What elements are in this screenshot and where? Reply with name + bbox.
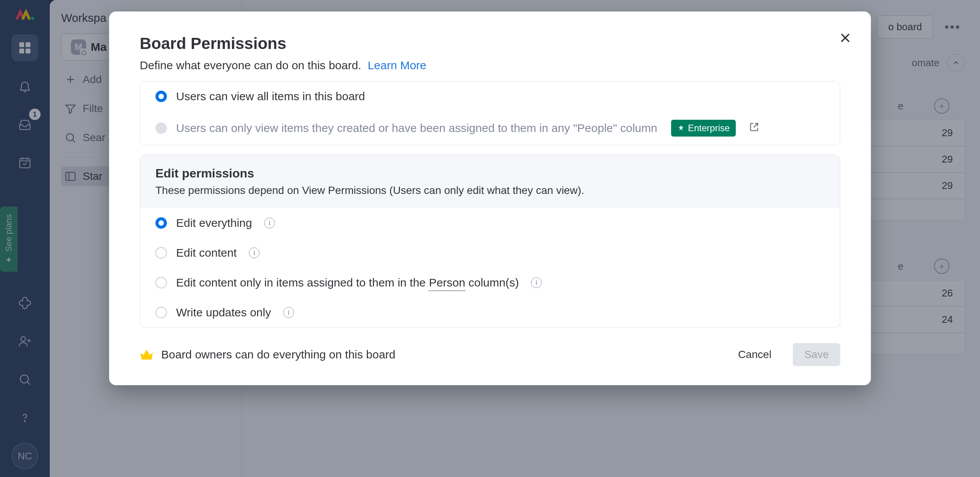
edit-section-desc: These permissions depend on View Permiss… <box>155 184 825 197</box>
info-icon[interactable]: i <box>531 277 542 288</box>
modal-title: Board Permissions <box>140 34 840 53</box>
modal-overlay: Board Permissions Define what everyone c… <box>0 0 980 477</box>
edit-permissions-box: Edit permissions These permissions depen… <box>140 155 840 328</box>
cancel-button[interactable]: Cancel <box>728 343 781 366</box>
edit-section-title: Edit permissions <box>155 166 825 181</box>
edit-content-option[interactable]: Edit content i <box>140 238 840 268</box>
person-column-link[interactable]: Person <box>429 276 465 291</box>
radio-checked-icon[interactable] <box>155 91 167 102</box>
info-icon[interactable]: i <box>249 247 260 258</box>
radio-icon[interactable] <box>155 307 167 318</box>
external-link-icon[interactable] <box>749 122 760 135</box>
modal-subtitle: Define what everyone can do on this boar… <box>140 59 840 72</box>
edit-section-header: Edit permissions These permissions depen… <box>140 155 840 208</box>
info-icon[interactable]: i <box>264 218 275 228</box>
edit-everything-option[interactable]: Edit everything i <box>140 208 840 238</box>
radio-icon[interactable] <box>155 247 167 259</box>
info-icon[interactable]: i <box>283 307 294 318</box>
permissions-modal: Board Permissions Define what everyone c… <box>109 11 871 385</box>
modal-footer: Board owners can do everything on this b… <box>140 343 840 366</box>
view-assigned-option: Users can only view items they created o… <box>140 111 840 145</box>
footer-note: Board owners can do everything on this b… <box>140 348 395 361</box>
edit-assigned-option[interactable]: Edit content only in items assigned to t… <box>140 268 840 298</box>
enterprise-badge[interactable]: Enterprise <box>671 120 736 137</box>
radio-checked-icon[interactable] <box>155 217 167 229</box>
radio-disabled-icon <box>155 122 167 134</box>
close-icon[interactable] <box>839 31 852 48</box>
save-button[interactable]: Save <box>793 343 840 366</box>
view-all-option[interactable]: Users can view all items in this board <box>140 81 840 111</box>
write-updates-option[interactable]: Write updates only i <box>140 298 840 327</box>
view-permissions-box: Users can view all items in this board U… <box>140 81 840 145</box>
crown-icon <box>140 349 154 360</box>
radio-icon[interactable] <box>155 277 167 288</box>
learn-more-link[interactable]: Learn More <box>368 59 426 72</box>
